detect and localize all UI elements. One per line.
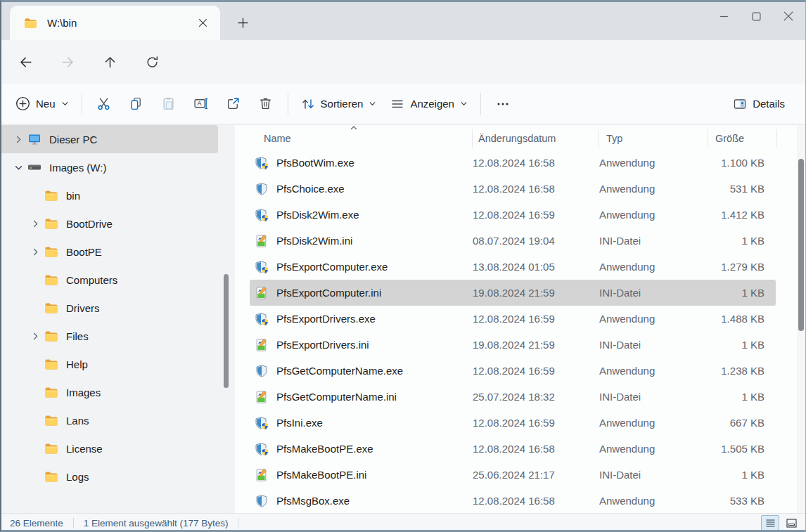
file-list-scrollbar[interactable]: [798, 159, 804, 331]
ini-file-icon: [255, 234, 269, 248]
file-name: PfsGetComputerName.exe: [276, 365, 473, 377]
file-row[interactable]: PfsMsgBox.exe 12.08.2024 16:58 Anwendung…: [250, 488, 776, 514]
item-count: 26 Elemente: [0, 518, 73, 528]
file-row[interactable]: PfsDisk2Wim.ini 08.07.2024 19:04 INI-Dat…: [250, 228, 776, 254]
column-label: Typ: [606, 133, 622, 144]
sidebar-item-bin[interactable]: bin: [0, 181, 218, 209]
sidebar-item-label: Files: [66, 330, 89, 342]
file-size: 1.505 KB: [708, 443, 772, 455]
sort-button[interactable]: Sortieren: [294, 90, 384, 118]
close-icon[interactable]: [772, 2, 805, 30]
folder-icon: [44, 216, 59, 231]
sidebar-item-dieser-pc[interactable]: Dieser PC: [0, 125, 218, 153]
column-header-size[interactable]: Größe: [708, 129, 777, 148]
sidebar-item-license[interactable]: License: [0, 434, 218, 462]
more-options-icon[interactable]: [487, 90, 519, 118]
status-bar: 26 Elemente 1 Element ausgewählt (177 By…: [0, 513, 806, 532]
column-header-name[interactable]: Name: [250, 129, 473, 148]
file-size: 1.238 KB: [708, 365, 772, 377]
details-pane-button[interactable]: Details: [726, 90, 792, 118]
sort-button-label: Sortieren: [321, 98, 364, 110]
view-icon: [390, 97, 404, 111]
sidebar-item-images[interactable]: Images: [0, 378, 218, 406]
file-row[interactable]: PfsGetComputerName.ini 25.07.2024 18:32 …: [250, 384, 776, 410]
file-row[interactable]: PfsExportDrivers.ini 19.08.2024 21:59 IN…: [250, 332, 776, 358]
chevron-spacer: [27, 187, 44, 204]
view-button[interactable]: Anzeigen: [383, 90, 475, 118]
chevron-down-icon[interactable]: [10, 159, 27, 176]
sidebar-item-help[interactable]: Help: [0, 350, 218, 378]
chevron-right-icon[interactable]: [27, 243, 44, 260]
column-header-date[interactable]: Änderungsdatum: [473, 129, 599, 148]
cut-icon[interactable]: [88, 90, 120, 118]
file-row[interactable]: PfsMakeBootPE.ini 25.06.2024 21:17 INI-D…: [250, 462, 776, 488]
address-bar: Dieser PC Images (W:) bin: [0, 40, 806, 84]
back-icon[interactable]: [13, 49, 38, 74]
chevron-spacer: [27, 468, 44, 485]
file-date: 19.08.2024 21:59: [473, 339, 599, 351]
file-row[interactable]: PfsDisk2Wim.exe 12.08.2024 16:59 Anwendu…: [250, 202, 776, 228]
sidebar-item-computers[interactable]: Computers: [0, 266, 218, 294]
column-header-type[interactable]: Typ: [599, 129, 708, 148]
file-row[interactable]: PfsExportComputer.exe 13.08.2024 01:05 A…: [250, 254, 776, 280]
file-explorer-window: W:\bin: [0, 0, 806, 532]
delete-icon[interactable]: [250, 90, 282, 118]
file-size: 1.100 KB: [708, 157, 772, 169]
sidebar-item-label: Help: [66, 358, 88, 370]
file-row-selected[interactable]: PfsExportComputer.ini 19.08.2024 21:59 I…: [250, 280, 776, 306]
file-type: INI-Datei: [599, 391, 708, 403]
file-name: PfsIni.exe: [276, 417, 473, 429]
forward-icon[interactable]: [55, 49, 80, 74]
chevron-spacer: [27, 440, 44, 457]
chevron-down-icon: [460, 100, 468, 108]
file-name: PfsGetComputerName.ini: [276, 391, 473, 403]
tab-close-icon[interactable]: [192, 13, 213, 34]
new-tab-button[interactable]: [230, 11, 255, 34]
paste-icon[interactable]: [153, 90, 185, 118]
file-row[interactable]: PfsMakeBootPE.exe 12.08.2024 16:58 Anwen…: [250, 436, 776, 462]
sidebar-item-bootpe[interactable]: BootPE: [0, 238, 218, 266]
sidebar-item-bootdrive[interactable]: BootDrive: [0, 209, 218, 238]
uac-shield-exe-icon: [255, 416, 269, 430]
sidebar-item-images-w[interactable]: Images (W:): [0, 153, 218, 181]
file-row[interactable]: PfsBootWim.exe 12.08.2024 16:58 Anwendun…: [250, 150, 776, 176]
sidebar-scrollbar[interactable]: [224, 274, 229, 388]
file-size: 1 KB: [708, 469, 772, 481]
sidebar-item-label: License: [66, 443, 103, 455]
sidebar-item-logs[interactable]: Logs: [0, 462, 218, 491]
file-row[interactable]: PfsExportDrivers.exe 12.08.2024 16:59 An…: [250, 306, 776, 332]
minimize-icon[interactable]: [708, 2, 740, 30]
uac-shield-exe-icon: [255, 260, 269, 274]
sidebar-item-drivers[interactable]: Drivers: [0, 294, 218, 322]
copy-icon[interactable]: [120, 90, 153, 118]
sidebar-item-label: Dieser PC: [49, 134, 97, 145]
refresh-icon[interactable]: [139, 49, 165, 74]
new-button[interactable]: Neu: [8, 90, 76, 118]
chevron-right-icon[interactable]: [27, 327, 44, 344]
file-date: 12.08.2024 16:58: [473, 183, 599, 195]
folder-icon: [44, 413, 59, 427]
sidebar-item-label: Images: [66, 387, 101, 398]
file-type: Anwendung: [599, 261, 708, 273]
folder-icon: [44, 357, 59, 371]
file-row[interactable]: PfsChoice.exe 12.08.2024 16:58 Anwendung…: [250, 176, 776, 202]
file-row[interactable]: PfsIni.exe 12.08.2024 16:59 Anwendung 66…: [250, 410, 776, 436]
chevron-right-icon[interactable]: [27, 215, 44, 232]
file-date: 08.07.2024 19:04: [473, 235, 599, 247]
sidebar-item-files[interactable]: Files: [0, 322, 218, 350]
sidebar-item-lans[interactable]: Lans: [0, 406, 218, 434]
uac-shield-exe-icon: [255, 442, 269, 456]
tab-active[interactable]: W:\bin: [10, 6, 220, 40]
file-row[interactable]: PfsGetComputerName.exe 12.08.2024 16:59 …: [250, 358, 776, 384]
chevron-right-icon[interactable]: [10, 131, 27, 148]
uac-shield-exe-icon: [255, 208, 269, 222]
details-view-icon[interactable]: [761, 515, 779, 531]
share-icon[interactable]: [217, 90, 250, 118]
large-icons-view-icon[interactable]: [782, 515, 800, 531]
file-size: 667 KB: [708, 417, 772, 429]
selection-info: 1 Element ausgewählt (177 Bytes): [74, 518, 238, 528]
file-name: PfsDisk2Wim.exe: [276, 209, 473, 221]
rename-icon[interactable]: A: [185, 90, 217, 118]
up-icon[interactable]: [97, 49, 122, 74]
maximize-icon[interactable]: [740, 2, 772, 30]
